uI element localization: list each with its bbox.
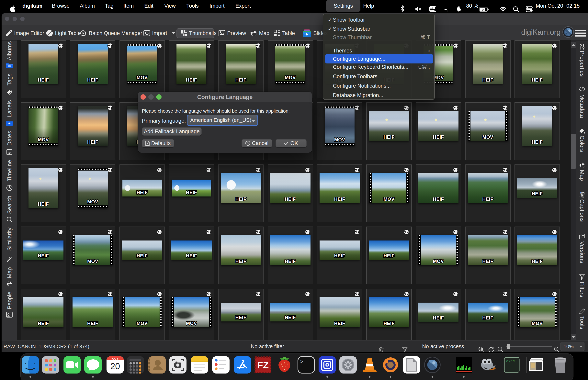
svg-text:20: 20	[111, 361, 120, 371]
svg-text:FZ: FZ	[257, 360, 269, 370]
svg-text:>_: >_	[300, 359, 306, 365]
svg-text:exec: exec	[506, 359, 515, 363]
svg-text:OCT: OCT	[112, 357, 118, 360]
